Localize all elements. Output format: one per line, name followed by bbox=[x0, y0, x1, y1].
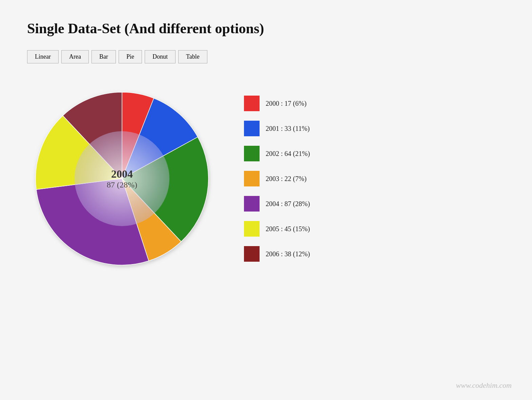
chart-legend: 2000 : 17 (6%)2001 : 33 (11%)2002 : 64 (… bbox=[244, 96, 310, 262]
legend-label-2003: 2003 : 22 (7%) bbox=[266, 175, 307, 183]
legend-label-2000: 2000 : 17 (6%) bbox=[266, 100, 307, 107]
legend-item-2005: 2005 : 45 (15%) bbox=[244, 221, 310, 237]
chart-type-buttons: Linear Area Bar Pie Donut Table bbox=[27, 50, 505, 63]
legend-color-2005 bbox=[244, 221, 260, 237]
legend-item-2004: 2004 : 87 (28%) bbox=[244, 196, 310, 212]
legend-color-2006 bbox=[244, 246, 260, 262]
legend-color-2004 bbox=[244, 196, 260, 212]
legend-item-2000: 2000 : 17 (6%) bbox=[244, 96, 310, 111]
bar-button[interactable]: Bar bbox=[91, 50, 116, 63]
pie-chart: 2004 87 (28%) bbox=[27, 84, 217, 274]
pie-button[interactable]: Pie bbox=[119, 50, 142, 63]
legend-color-2001 bbox=[244, 121, 260, 136]
legend-color-2002 bbox=[244, 146, 260, 161]
legend-label-2006: 2006 : 38 (12%) bbox=[266, 250, 310, 258]
table-button[interactable]: Table bbox=[178, 50, 207, 63]
legend-item-2001: 2001 : 33 (11%) bbox=[244, 121, 310, 136]
legend-label-2004: 2004 : 87 (28%) bbox=[266, 200, 310, 208]
area-button[interactable]: Area bbox=[61, 50, 89, 63]
legend-color-2003 bbox=[244, 171, 260, 186]
svg-point-0 bbox=[75, 131, 169, 226]
page-title: Single Data-Set (And different options) bbox=[27, 20, 505, 37]
legend-label-2001: 2001 : 33 (11%) bbox=[266, 125, 310, 133]
linear-button[interactable]: Linear bbox=[27, 50, 59, 63]
chart-area: 2004 87 (28%) 2000 : 17 (6%)2001 : 33 (1… bbox=[27, 84, 505, 274]
legend-item-2006: 2006 : 38 (12%) bbox=[244, 246, 310, 262]
legend-item-2003: 2003 : 22 (7%) bbox=[244, 171, 310, 186]
donut-button[interactable]: Donut bbox=[145, 50, 176, 63]
legend-label-2005: 2005 : 45 (15%) bbox=[266, 225, 310, 233]
legend-label-2002: 2002 : 64 (21%) bbox=[266, 150, 310, 158]
pie-svg bbox=[27, 84, 217, 274]
legend-color-2000 bbox=[244, 96, 260, 111]
watermark: www.codehim.com bbox=[456, 381, 512, 390]
legend-item-2002: 2002 : 64 (21%) bbox=[244, 146, 310, 161]
